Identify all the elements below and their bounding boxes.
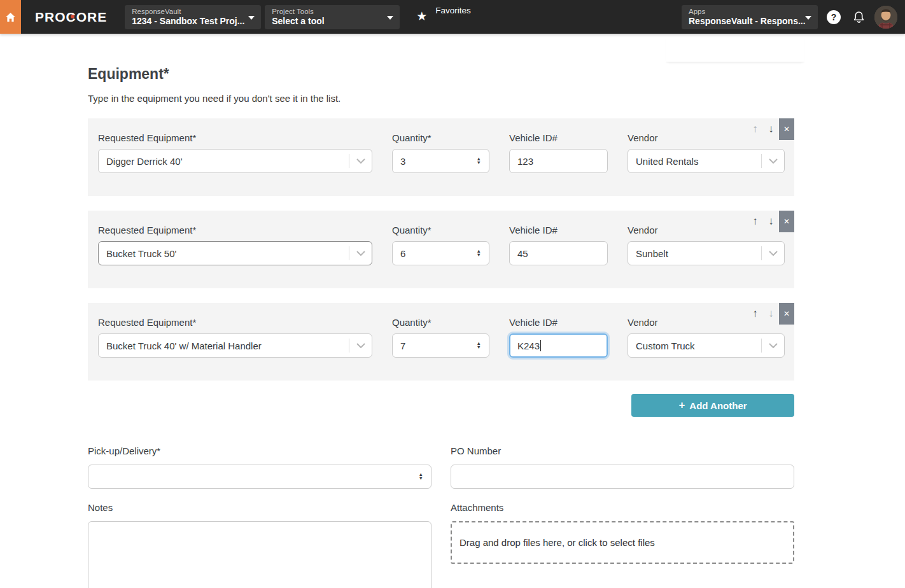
requested-equipment-select[interactable]: Bucket Truck 40' w/ Material Handler: [98, 333, 372, 358]
notes-label: Notes: [88, 502, 431, 513]
vehicle-id-input[interactable]: 123: [509, 149, 608, 173]
move-up-button[interactable]: ↑: [747, 307, 763, 320]
attachments-dropzone[interactable]: Drag and drop files here, or click to se…: [451, 521, 794, 564]
chevron-down-icon: [762, 251, 784, 256]
move-up-button[interactable]: ↑: [747, 215, 763, 228]
top-nav-bar: PROCORE ResponseVault 1234 - Sandbox Tes…: [0, 0, 905, 34]
vendor-select[interactable]: United Rentals: [628, 149, 785, 173]
quantity-label: Quantity*: [392, 132, 489, 143]
project-picker-label: ResponseVault: [132, 8, 244, 16]
requested-equipment-value: Digger Derrick 40': [99, 156, 183, 167]
page: PROCORE ResponseVault 1234 - Sandbox Tes…: [0, 0, 905, 588]
chevron-down-icon: [349, 251, 372, 256]
vehicle-id-label: Vehicle ID#: [509, 317, 608, 328]
chevron-down-icon: [762, 343, 784, 348]
project-picker-value: 1234 - Sandbox Test Proj...: [132, 16, 244, 27]
help-button[interactable]: ?: [827, 10, 841, 24]
chevron-down-icon: [762, 158, 784, 164]
close-icon: ✕: [783, 217, 790, 226]
vehicle-id-value: K243: [517, 340, 540, 351]
cutoff-card-edge: [666, 34, 804, 62]
vehicle-id-label: Vehicle ID#: [509, 225, 608, 235]
remove-row-button[interactable]: ✕: [779, 211, 794, 232]
form-help-text: Type in the equipment you need if you do…: [88, 93, 794, 104]
remove-row-button[interactable]: ✕: [779, 118, 794, 140]
quantity-value: 3: [400, 156, 405, 167]
vehicle-id-input[interactable]: 45: [509, 241, 608, 265]
caret-down-icon: [248, 16, 255, 20]
bell-icon: [853, 11, 865, 24]
tool-picker-dropdown[interactable]: Project Tools Select a tool: [265, 5, 400, 29]
plus-icon: +: [678, 399, 685, 412]
equipment-row: Requested Equipment* Bucket Truck 40' w/…: [88, 303, 794, 381]
notifications-button[interactable]: [853, 11, 865, 24]
vehicle-id-label: Vehicle ID#: [509, 132, 608, 143]
requested-equipment-select[interactable]: Bucket Truck 50': [98, 241, 372, 265]
tool-picker-value: Select a tool: [272, 16, 383, 27]
spinner-arrows-icon[interactable]: ▲▼: [477, 249, 481, 257]
pickup-delivery-select[interactable]: ▲▼: [88, 465, 431, 489]
page-title: Equipment*: [88, 66, 794, 83]
caret-down-icon: [805, 16, 811, 20]
notes-textarea[interactable]: [88, 521, 431, 588]
requested-equipment-label: Requested Equipment*: [98, 317, 372, 328]
quantity-label: Quantity*: [392, 317, 489, 328]
quantity-label: Quantity*: [392, 225, 489, 235]
vehicle-id-value: 123: [517, 156, 533, 167]
requested-equipment-label: Requested Equipment*: [98, 225, 372, 235]
move-down-button[interactable]: ↓: [763, 215, 779, 228]
equipment-row: Requested Equipment* Bucket Truck 50' Qu…: [88, 211, 794, 288]
quantity-value: 7: [400, 340, 405, 351]
requested-equipment-label: Requested Equipment*: [98, 132, 372, 143]
vehicle-id-value: 45: [517, 248, 528, 259]
quantity-stepper[interactable]: 3 ▲▼: [392, 149, 489, 173]
add-another-label: Add Another: [689, 400, 747, 411]
spinner-arrows-icon: ▲▼: [419, 473, 423, 480]
close-icon: ✕: [783, 309, 790, 318]
move-down-button[interactable]: ↓: [763, 123, 779, 136]
favorites-button[interactable]: ★ Favorites: [410, 0, 485, 34]
quantity-stepper[interactable]: 7 ▲▼: [392, 333, 489, 358]
text-cursor: [540, 340, 541, 351]
equipment-row: Requested Equipment* Digger Derrick 40' …: [88, 118, 794, 196]
star-icon: ★: [416, 9, 427, 24]
favorites-label: Favorites: [435, 6, 471, 15]
vendor-select[interactable]: Custom Truck: [628, 333, 785, 358]
apps-picker-dropdown[interactable]: Apps ResponseVault - Respons...: [682, 5, 818, 29]
project-picker-dropdown[interactable]: ResponseVault 1234 - Sandbox Test Proj..…: [125, 5, 261, 29]
procore-logo[interactable]: PROCORE: [35, 10, 107, 25]
add-another-button[interactable]: + Add Another: [631, 394, 794, 417]
attachments-label: Attachments: [451, 502, 794, 513]
vehicle-id-input-focused[interactable]: K243: [509, 333, 608, 358]
home-button[interactable]: [0, 0, 21, 34]
move-up-button: ↑: [747, 123, 763, 136]
tool-picker-label: Project Tools: [272, 8, 383, 16]
avatar-image: [874, 6, 897, 29]
requested-equipment-select[interactable]: Digger Derrick 40': [98, 149, 372, 173]
home-icon: [5, 12, 16, 22]
spinner-arrows-icon[interactable]: ▲▼: [477, 157, 481, 165]
apps-picker-label: Apps: [689, 8, 801, 16]
vendor-value: United Rentals: [628, 156, 698, 167]
vendor-value: Sunbelt: [628, 248, 668, 259]
vendor-select[interactable]: Sunbelt: [628, 241, 785, 265]
po-number-input[interactable]: [451, 465, 794, 489]
apps-picker-value: ResponseVault - Respons...: [689, 16, 801, 27]
close-icon: ✕: [783, 125, 790, 134]
move-down-button: ↓: [763, 307, 779, 320]
vendor-value: Custom Truck: [628, 340, 695, 351]
pickup-delivery-label: Pick-up/Delivery*: [88, 445, 431, 456]
requested-equipment-value: Bucket Truck 50': [99, 248, 176, 259]
dropzone-text: Drag and drop files here, or click to se…: [460, 537, 655, 548]
po-number-label: PO Number: [451, 445, 794, 456]
user-avatar[interactable]: [874, 6, 897, 29]
chevron-down-icon: [349, 343, 372, 348]
quantity-stepper[interactable]: 6 ▲▼: [392, 241, 489, 265]
caret-down-icon: [387, 16, 393, 20]
requested-equipment-value: Bucket Truck 40' w/ Material Handler: [99, 340, 262, 351]
help-icon: ?: [831, 12, 837, 22]
quantity-value: 6: [400, 248, 405, 259]
spinner-arrows-icon[interactable]: ▲▼: [477, 342, 481, 349]
chevron-down-icon: [349, 158, 372, 164]
remove-row-button[interactable]: ✕: [779, 303, 794, 325]
